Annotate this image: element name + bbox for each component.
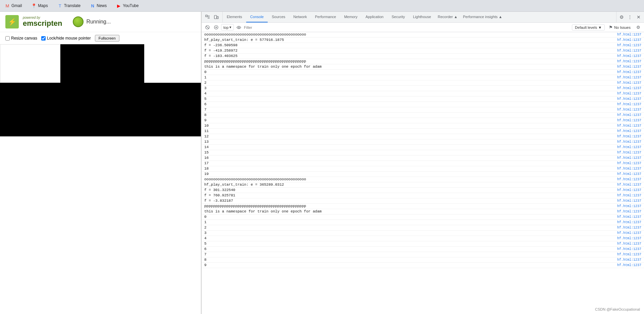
tab-network[interactable]: Network <box>289 12 311 22</box>
console-source[interactable]: hf.html:1237 <box>617 204 641 208</box>
console-source[interactable]: hf.html:1237 <box>617 263 641 267</box>
console-source[interactable]: hf.html:1237 <box>617 129 641 133</box>
tab-recorder[interactable]: Recorder ▲ <box>435 12 460 22</box>
console-source[interactable]: hf.html:1237 <box>617 92 641 96</box>
clear-console-icon[interactable] <box>204 24 211 31</box>
console-text: oooooooooooooooooooooooooooooooooooooooo… <box>204 32 614 37</box>
tab-lighthouse[interactable]: Lighthouse <box>409 12 435 22</box>
console-text: 3 <box>204 231 614 236</box>
devtools-tabs: Elements Console Sources Network Perform… <box>223 12 616 22</box>
bookmark-maps-label: Maps <box>38 3 48 8</box>
console-source[interactable]: hf.html:1237 <box>617 86 641 90</box>
console-text: 12 <box>204 134 614 139</box>
console-text: 2 <box>204 225 614 230</box>
console-source[interactable]: hf.html:1237 <box>617 183 641 187</box>
console-source[interactable]: hf.html:1237 <box>617 140 641 144</box>
console-row: 8hf.html:1237 <box>202 257 644 263</box>
console-source[interactable]: hf.html:1237 <box>617 231 641 235</box>
top-context-dropdown[interactable]: top ▾ <box>221 24 234 30</box>
bookmark-translate[interactable]: T Translate <box>55 2 83 9</box>
more-options-icon[interactable]: ⋮ <box>626 13 634 21</box>
console-source[interactable]: hf.html:1237 <box>617 97 641 101</box>
tab-memory[interactable]: Memory <box>340 12 362 22</box>
tab-application[interactable]: Application <box>362 12 388 22</box>
console-source[interactable]: hf.html:1237 <box>617 247 641 251</box>
settings-icon[interactable]: ⚙ <box>618 13 625 21</box>
tab-sources[interactable]: Sources <box>268 12 289 22</box>
eye-icon[interactable] <box>235 24 243 31</box>
console-source[interactable]: hf.html:1237 <box>617 156 641 160</box>
console-row: hf_play_start_train: e = 365289.0312hf.h… <box>202 182 644 188</box>
devtools-top-icons: ⚙ ⋮ ✕ <box>616 12 644 22</box>
console-content[interactable]: oooooooooooooooooooooooooooooooooooooooo… <box>202 32 644 314</box>
close-devtools-icon[interactable]: ✕ <box>635 13 643 21</box>
console-source[interactable]: hf.html:1237 <box>617 215 641 219</box>
tab-security[interactable]: Security <box>387 12 409 22</box>
bookmark-news[interactable]: N News <box>88 2 109 9</box>
bookmark-youtube[interactable]: ▶ YouTube <box>114 2 141 9</box>
bookmark-gmail[interactable]: M Gmail <box>3 2 24 9</box>
console-source[interactable]: hf.html:1237 <box>617 54 641 58</box>
bookmark-maps[interactable]: 📍 Maps <box>29 2 50 9</box>
console-source[interactable]: hf.html:1237 <box>617 145 641 149</box>
device-toolbar-icon[interactable] <box>212 13 220 21</box>
lock-hide-checkbox[interactable] <box>41 36 46 41</box>
console-settings-icon[interactable]: ⚙ <box>635 24 642 31</box>
console-row: 2hf.html:1237 <box>202 80 644 86</box>
preserve-log-icon[interactable] <box>212 24 220 31</box>
bookmark-news-label: News <box>97 3 107 8</box>
console-source[interactable]: hf.html:1237 <box>617 44 641 47</box>
console-source[interactable]: hf.html:1237 <box>617 178 641 181</box>
console-text: 2 <box>204 80 614 85</box>
fullscreen-button[interactable]: Fullscreen <box>95 35 119 42</box>
console-row: 17hf.html:1237 <box>202 161 644 166</box>
default-levels-dropdown[interactable]: Default levels ▼ <box>572 24 605 30</box>
console-text: hf_play_start_train: e = 577916.1875 <box>204 38 614 43</box>
console-source[interactable]: hf.html:1237 <box>617 135 641 138</box>
console-source[interactable]: hf.html:1237 <box>617 81 641 85</box>
console-source[interactable]: hf.html:1237 <box>617 70 641 74</box>
console-source[interactable]: hf.html:1237 <box>617 65 641 69</box>
console-text: 16 <box>204 155 614 161</box>
console-source[interactable]: hf.html:1237 <box>617 172 641 176</box>
resize-canvas-checkbox[interactable] <box>5 36 10 41</box>
console-source[interactable]: hf.html:1237 <box>617 210 641 213</box>
tab-performance[interactable]: Performance <box>311 12 340 22</box>
console-filter-input[interactable] <box>244 24 571 31</box>
console-source[interactable]: hf.html:1237 <box>617 194 641 197</box>
console-source[interactable]: hf.html:1237 <box>617 162 641 165</box>
console-text: 1 <box>204 75 614 80</box>
console-source[interactable]: hf.html:1237 <box>617 60 641 63</box>
console-row: 1hf.html:1237 <box>202 220 644 225</box>
no-issues-button[interactable]: ⚑ No Issues <box>606 24 633 30</box>
console-source[interactable]: hf.html:1237 <box>617 258 641 262</box>
console-source[interactable]: hf.html:1237 <box>617 119 641 122</box>
console-source[interactable]: hf.html:1237 <box>617 108 641 112</box>
inspect-element-icon[interactable] <box>204 13 212 21</box>
console-source[interactable]: hf.html:1237 <box>617 199 641 203</box>
console-source[interactable]: hf.html:1237 <box>617 242 641 246</box>
console-source[interactable]: hf.html:1237 <box>617 76 641 79</box>
tab-console[interactable]: Console <box>246 12 268 22</box>
console-source[interactable]: hf.html:1237 <box>617 38 641 42</box>
console-source[interactable]: hf.html:1237 <box>617 103 641 106</box>
resize-canvas-label[interactable]: Resize canvas <box>5 36 37 41</box>
console-row: 9hf.html:1237 <box>202 118 644 123</box>
console-source[interactable]: hf.html:1237 <box>617 113 641 117</box>
console-source[interactable]: hf.html:1237 <box>617 167 641 171</box>
console-row: oooooooooooooooooooooooooooooooooooooooo… <box>202 32 644 38</box>
console-source[interactable]: hf.html:1237 <box>617 237 641 240</box>
lock-hide-label[interactable]: Lock/hide mouse pointer <box>41 36 91 41</box>
console-source[interactable]: hf.html:1237 <box>617 49 641 53</box>
console-source[interactable]: hf.html:1237 <box>617 253 641 256</box>
console-text: 4 <box>204 91 614 96</box>
tab-elements[interactable]: Elements <box>223 12 246 22</box>
console-row: f = -236.509598hf.html:1237 <box>202 43 644 48</box>
console-source[interactable]: hf.html:1237 <box>617 151 641 154</box>
console-source[interactable]: hf.html:1237 <box>617 124 641 128</box>
console-source[interactable]: hf.html:1237 <box>617 226 641 230</box>
console-source[interactable]: hf.html:1237 <box>617 221 641 224</box>
console-source[interactable]: hf.html:1237 <box>617 188 641 192</box>
console-source[interactable]: hf.html:1237 <box>617 33 641 37</box>
tab-perf-insights[interactable]: Performance insights ▲ <box>460 12 505 22</box>
